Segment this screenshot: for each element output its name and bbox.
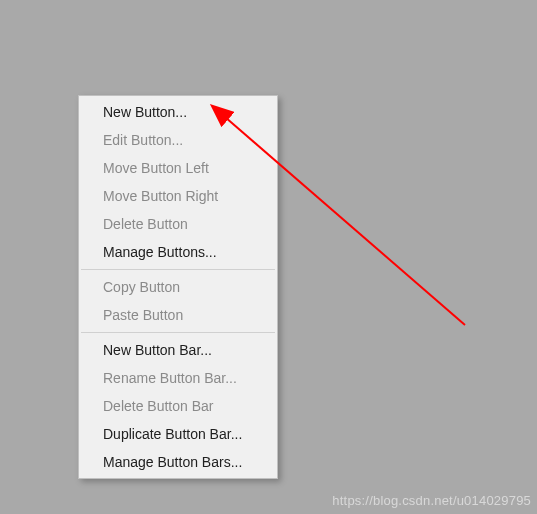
menu-item-manage-button-bars[interactable]: Manage Button Bars... — [79, 448, 277, 476]
menu-item-new-button-bar[interactable]: New Button Bar... — [79, 336, 277, 364]
menu-separator — [81, 332, 275, 333]
menu-item-move-right[interactable]: Move Button Right — [79, 182, 277, 210]
menu-item-edit-button[interactable]: Edit Button... — [79, 126, 277, 154]
menu-item-delete-button-bar[interactable]: Delete Button Bar — [79, 392, 277, 420]
menu-item-new-button[interactable]: New Button... — [79, 98, 277, 126]
menu-separator — [81, 269, 275, 270]
menu-item-paste-button[interactable]: Paste Button — [79, 301, 277, 329]
context-menu: New Button... Edit Button... Move Button… — [78, 95, 278, 479]
menu-item-move-left[interactable]: Move Button Left — [79, 154, 277, 182]
menu-item-duplicate-button-bar[interactable]: Duplicate Button Bar... — [79, 420, 277, 448]
menu-item-copy-button[interactable]: Copy Button — [79, 273, 277, 301]
menu-item-delete-button[interactable]: Delete Button — [79, 210, 277, 238]
watermark-text: https://blog.csdn.net/u014029795 — [332, 493, 531, 508]
menu-item-manage-buttons[interactable]: Manage Buttons... — [79, 238, 277, 266]
menu-item-rename-button-bar[interactable]: Rename Button Bar... — [79, 364, 277, 392]
